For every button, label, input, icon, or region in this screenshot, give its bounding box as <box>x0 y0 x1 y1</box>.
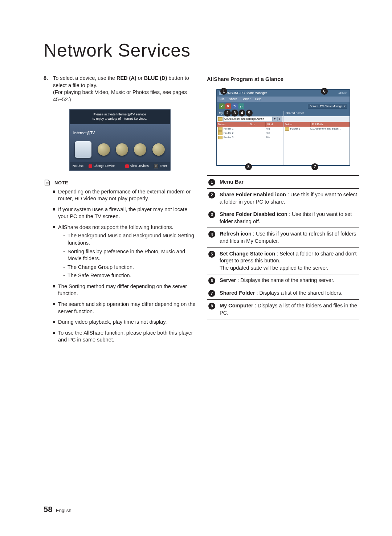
path-go-icon[interactable]: ▸ <box>277 116 282 122</box>
app-title: SAMSUNG PC Share Manager <box>224 91 267 95</box>
row-folder: Folder 1 <box>290 127 301 131</box>
folder-icon <box>218 131 222 135</box>
menu-help[interactable]: Help <box>255 97 261 101</box>
tv-banner-line2: to enjoy a variety of Internet Services. <box>73 117 166 121</box>
legend-bold: Share Folder Enabled icon <box>220 192 286 197</box>
note-item: If your system uses a firewall, the play… <box>53 206 196 220</box>
server-label[interactable]: Server : PC Share Manager ▾ <box>308 104 347 109</box>
legend-text: Set Change State icon : Select a folder … <box>220 250 358 272</box>
page-lang: English <box>56 508 72 513</box>
tv-bottom-bar: No Disc Change Device View Devices ⏎ Ent… <box>70 162 170 170</box>
note-item: During video playback, play time is not … <box>53 319 196 326</box>
note-icon <box>44 179 51 186</box>
allshare-screenshot-wrap: 1 6 2 3 4 5 8 7 SAMSUNG PC Share Manager… <box>216 89 350 166</box>
col-name: Name <box>217 122 248 127</box>
callout-8: 8 <box>245 163 252 170</box>
tv-circle-icon <box>152 143 165 156</box>
row-name: Folder 3 <box>224 136 234 139</box>
legend-row: 1 Menu Bar <box>207 176 359 189</box>
legend-bold: Share Folder Disabled icon <box>220 211 287 217</box>
legend-row: 8 My Computer : Displays a list of the f… <box>207 300 359 319</box>
col-folder: Folder <box>283 122 311 127</box>
path-input[interactable] <box>223 116 272 122</box>
table-row[interactable]: Folder 1 C:\Document and settin… <box>283 127 350 131</box>
legend-num: 7 <box>208 290 215 297</box>
tv-label: Internet@TV <box>73 131 95 135</box>
internet-tv-screenshot: Please activate Internet@TV service to e… <box>69 109 171 171</box>
note-list: Depending on the performance of the exte… <box>44 188 196 344</box>
step-text: To select a device, use the RED (A) or B… <box>53 75 196 103</box>
menu-server[interactable]: Server <box>241 97 250 101</box>
note-item: To use the AllShare function, please pla… <box>53 330 196 344</box>
legend-row: 2 Share Folder Enabled icon : Use this i… <box>207 189 359 208</box>
path-row: ▾ ▸ <box>217 116 283 122</box>
row-size <box>250 136 266 139</box>
path-dropdown-icon[interactable]: ▾ <box>272 116 277 122</box>
legend-num: 8 <box>208 303 215 310</box>
red-square-icon <box>89 164 92 168</box>
tv-circle-icon <box>116 143 128 156</box>
legend-bold: Shared Folder <box>220 290 255 296</box>
change-device-chip: Change Device <box>89 164 115 168</box>
row-kind: File <box>266 127 282 131</box>
allshare-heading: AllShare Program at a Glance <box>207 75 359 83</box>
share-enabled-icon[interactable]: ✔ <box>219 103 225 109</box>
share-disabled-icon[interactable]: ✖ <box>225 103 231 109</box>
set-state-icon[interactable]: ⇄ <box>238 103 244 109</box>
row-name: Folder 2 <box>224 131 234 135</box>
title-bar: SAMSUNG PC Share Manager allshare <box>217 90 350 96</box>
subnote-item: The Change Group function. <box>63 264 196 271</box>
tv-mid: Internet@TV <box>70 124 170 141</box>
step-para2: (For playing back Video, Music or Photos… <box>53 89 187 102</box>
legend-text: Menu Bar <box>220 179 358 186</box>
toolbar: ✔ ✖ ↻ ⇄ Server : PC Share Manager ▾ <box>217 102 350 111</box>
subnote-item: Sorting files by preference in the Photo… <box>63 248 196 262</box>
table-row[interactable]: Folder 3 File <box>217 135 283 140</box>
table-row[interactable]: Folder 2 File <box>217 131 283 135</box>
folder-icon <box>285 127 289 131</box>
legend-num: 1 <box>208 179 215 186</box>
change-device-label: Change Device <box>94 164 115 168</box>
legend-bold: Refresh icon <box>220 231 252 237</box>
legend-row: 3 Share Folder Disabled icon : Use this … <box>207 208 359 228</box>
allshare-window: SAMSUNG PC Share Manager allshare File S… <box>216 89 350 166</box>
menu-bar: File Share Server Help <box>217 97 350 102</box>
menu-share[interactable]: Share <box>229 97 237 101</box>
legend-desc: : Displays the name of the sharing serve… <box>236 277 334 283</box>
red-square-icon <box>125 164 129 168</box>
legend-text: My Computer : Displays a list of the fol… <box>220 302 358 316</box>
row-size <box>250 127 266 131</box>
legend-row: 4 Refresh icon : Use this if you want to… <box>207 228 359 247</box>
allshare-logo: allshare <box>338 91 347 95</box>
view-devices-chip: View Devices <box>125 164 149 168</box>
callout-7: 7 <box>311 163 318 170</box>
spacer <box>283 116 350 122</box>
legend-num: 3 <box>208 211 215 218</box>
note-item: AllShare does not support the following … <box>53 224 196 279</box>
legend-row: 7 Shared Folder : Displays a list of the… <box>207 287 359 300</box>
page-number: 58 <box>44 505 52 514</box>
red-a: RED (A) <box>117 75 136 81</box>
legend-num: 2 <box>208 192 215 199</box>
legend-bold: Set Change State icon <box>220 251 275 257</box>
legend-row: 5 Set Change State icon : Select a folde… <box>207 248 359 275</box>
right-pane-head: Shared Folder <box>283 111 350 116</box>
menu-file[interactable]: File <box>220 97 225 101</box>
row-name: Folder 1 <box>224 127 234 131</box>
step-8: 8. To select a device, use the RED (A) o… <box>44 75 196 103</box>
legend-num: 5 <box>208 251 215 258</box>
blue-d: BLUE (D) <box>144 75 167 81</box>
legend-text: Server : Displays the name of the sharin… <box>220 277 358 284</box>
subnote-item: The Safe Remove function. <box>63 272 196 279</box>
row-path: C:\Document and settin… <box>310 127 348 131</box>
enter-label: Enter <box>160 164 167 168</box>
enter-icon: ⏎ <box>154 164 158 168</box>
left-pane: My Computer ▾ ▸ Name Size Kind <box>217 111 283 165</box>
tv-circle-icon <box>98 143 110 156</box>
legend-bold: Menu Bar <box>220 179 244 185</box>
table-row[interactable]: Folder 1 File <box>217 127 283 131</box>
page-footer: 58 English <box>44 505 72 514</box>
legend-bold: Server <box>220 277 236 283</box>
col-size: Size <box>248 122 266 127</box>
refresh-icon[interactable]: ↻ <box>232 103 238 109</box>
